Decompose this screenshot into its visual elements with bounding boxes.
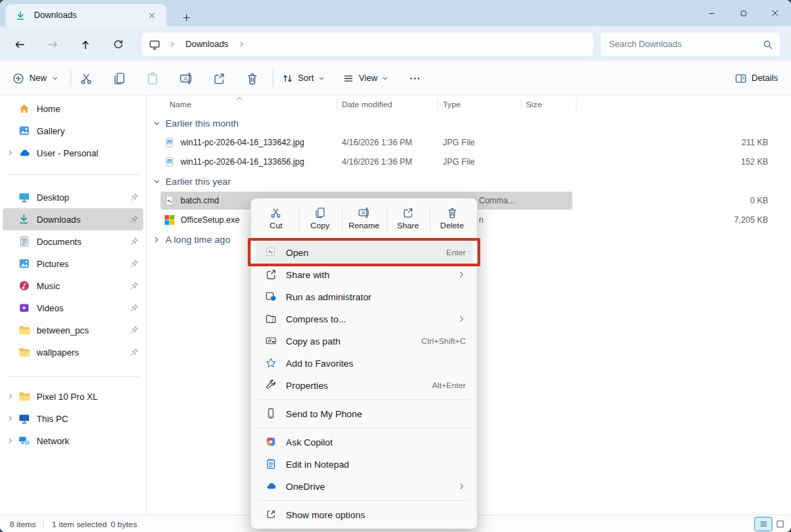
chevron-right-icon[interactable]	[3, 393, 18, 400]
share-icon	[402, 207, 414, 219]
column-name[interactable]: Name	[170, 100, 191, 109]
svg-text:A: A	[183, 75, 187, 82]
sidebar-item-between-pcs[interactable]: between_pcs	[3, 319, 143, 341]
up-icon[interactable]	[74, 35, 96, 53]
view-button[interactable]: View	[338, 66, 393, 91]
sidebar-item-pixel-10-pro-xl[interactable]: Pixel 10 Pro XL	[3, 385, 143, 407]
sidebar-item-wallpapers[interactable]: wallpapers	[3, 341, 143, 363]
chevron-right-icon[interactable]	[3, 149, 18, 156]
sidebar-item-videos[interactable]: Videos	[3, 297, 143, 319]
share-menu-button[interactable]: Share	[386, 201, 430, 236]
maximize-icon[interactable]	[727, 0, 759, 26]
details-button-label: Details	[752, 73, 778, 83]
menu-item-open[interactable]: Open Enter	[255, 241, 473, 264]
rename-button[interactable]: A	[172, 66, 199, 91]
menu-item-run-as-administrator[interactable]: Run as administrator	[255, 286, 473, 308]
menu-item-onedrive[interactable]: OneDrive	[255, 475, 473, 497]
sidebar-item-pictures[interactable]: Pictures	[3, 253, 143, 275]
menu-item-ask-copilot[interactable]: Ask Copilot	[255, 431, 473, 453]
column-size[interactable]: Size	[526, 100, 542, 109]
pin-icon[interactable]	[129, 237, 139, 246]
pin-icon[interactable]	[129, 214, 139, 224]
address-bar[interactable]: Downloads	[142, 33, 593, 56]
menu-item-edit-in-notepad[interactable]: Edit in Notepad	[255, 453, 473, 475]
menu-item-properties[interactable]: Properties Alt+Enter	[255, 374, 473, 396]
document-icon	[18, 235, 30, 248]
sidebar-item-user-personal[interactable]: User - Personal	[3, 142, 143, 164]
menu-item-copy-as-path[interactable]: Copy as path Ctrl+Shift+C	[255, 330, 473, 352]
cut-button[interactable]	[72, 66, 100, 91]
forward-icon[interactable]	[42, 35, 64, 53]
share-button[interactable]	[205, 66, 233, 91]
pin-icon[interactable]	[129, 281, 139, 291]
zip-folder-icon	[265, 313, 278, 325]
details-button[interactable]: Details	[730, 66, 783, 91]
paste-button[interactable]	[138, 66, 166, 91]
desktop-icon	[18, 191, 30, 203]
chevron-right-icon[interactable]	[169, 41, 176, 48]
menu-item-send-to-my-phone[interactable]: Send to My Phone	[255, 403, 473, 425]
share-icon	[212, 72, 226, 85]
details-view-toggle[interactable]	[754, 517, 772, 531]
menu-item-show-more-options[interactable]: Show more options	[255, 504, 473, 526]
group-header-earlier-this-month[interactable]: Earlier this month	[147, 113, 791, 133]
sidebar-item-this-pc[interactable]: This PC	[3, 407, 143, 430]
search-box[interactable]	[601, 33, 780, 56]
new-button[interactable]: New	[10, 66, 61, 91]
column-type[interactable]: Type	[443, 100, 461, 109]
new-tab-button[interactable]	[177, 8, 195, 26]
minimize-icon[interactable]	[695, 0, 727, 26]
share-icon	[265, 268, 278, 281]
menu-item-add-to-favorites[interactable]: Add to Favorites	[255, 352, 473, 374]
thumbnail-view-toggle[interactable]	[771, 517, 789, 531]
group-header-earlier-this-year[interactable]: Earlier this year	[147, 172, 791, 191]
menu-item-share-with[interactable]: Share with	[255, 264, 473, 286]
sidebar-item-downloads[interactable]: Downloads	[3, 208, 143, 230]
jpg-file-icon	[164, 137, 175, 148]
column-date-modified[interactable]: Date modified	[342, 100, 392, 109]
delete-menu-button[interactable]: Delete	[430, 201, 474, 236]
delete-button[interactable]	[238, 66, 266, 91]
search-icon[interactable]	[763, 39, 773, 50]
sidebar-item-desktop[interactable]: Desktop	[3, 186, 143, 208]
selection-size: 0 bytes	[111, 520, 137, 529]
pin-icon[interactable]	[129, 259, 139, 268]
sidebar-item-home[interactable]: Home	[3, 98, 143, 120]
pin-icon[interactable]	[129, 303, 139, 313]
file-row-jpg-1[interactable]: win11-pc-2026-04-16_133642.jpg 4/16/2026…	[147, 133, 791, 152]
breadcrumb-downloads[interactable]: Downloads	[181, 39, 233, 49]
search-input[interactable]	[609, 39, 763, 49]
chevron-down-icon	[153, 178, 161, 185]
close-icon[interactable]	[759, 0, 791, 26]
chevron-right-icon	[457, 315, 466, 323]
copy-button[interactable]	[105, 66, 133, 91]
pin-icon[interactable]	[129, 325, 139, 335]
chevron-right-icon[interactable]	[238, 41, 245, 48]
onedrive-cloud-icon	[18, 147, 30, 159]
refresh-icon[interactable]	[107, 35, 129, 53]
tab-close-icon[interactable]	[144, 8, 159, 23]
chevron-right-icon	[457, 270, 466, 279]
menu-separator	[258, 500, 470, 501]
copy-menu-button[interactable]: Copy	[298, 201, 343, 236]
rename-icon: A	[179, 72, 192, 85]
pin-icon[interactable]	[129, 347, 139, 357]
sidebar-item-gallery[interactable]: Gallery	[3, 120, 143, 142]
navigation-bar: Downloads	[0, 26, 791, 61]
sort-button[interactable]: Sort	[277, 66, 329, 91]
file-row-jpg-2[interactable]: win11-pc-2026-04-16_133656.jpg 4/16/2026…	[147, 152, 791, 172]
more-options-button[interactable]	[401, 66, 428, 91]
sidebar-item-music[interactable]: Music	[3, 275, 143, 297]
desktop-monitor-icon	[149, 39, 161, 51]
chevron-right-icon[interactable]	[3, 437, 18, 444]
pin-icon[interactable]	[129, 192, 139, 202]
chevron-right-icon[interactable]	[3, 415, 18, 422]
menu-item-compress-to[interactable]: Compress to...	[255, 308, 473, 330]
svg-text:A: A	[362, 210, 366, 216]
sidebar-item-documents[interactable]: Documents	[3, 230, 143, 253]
cut-menu-button[interactable]: Cut	[254, 201, 298, 236]
back-icon[interactable]	[8, 35, 30, 53]
rename-menu-button[interactable]: A Rename	[342, 201, 386, 236]
sidebar-item-network[interactable]: Network	[3, 430, 143, 452]
explorer-tab-downloads[interactable]: Downloads	[6, 4, 166, 26]
